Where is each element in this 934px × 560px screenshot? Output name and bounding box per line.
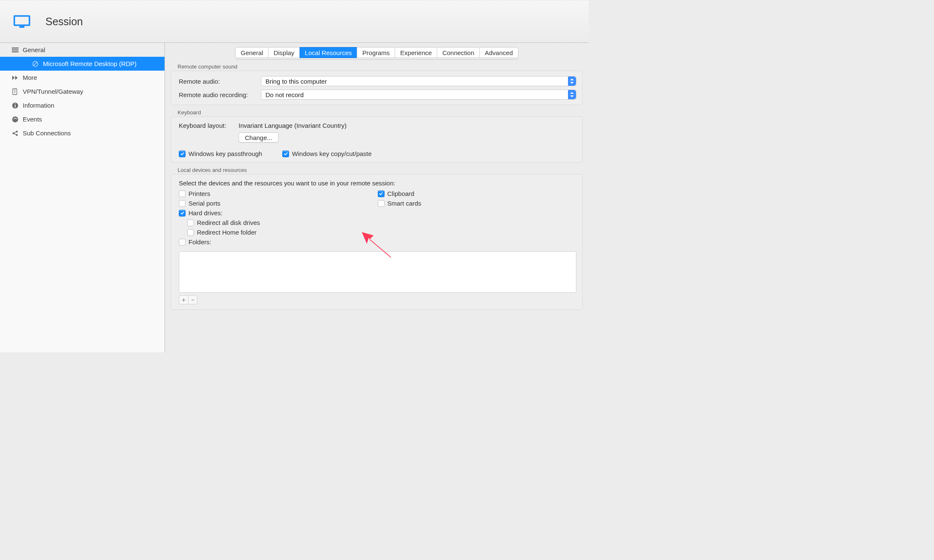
keyboard-layout-label: Keyboard layout:	[179, 122, 239, 129]
chevron-updown-icon	[568, 77, 576, 86]
checkbox-icon	[179, 239, 186, 246]
checkbox-icon	[378, 200, 385, 207]
checkbox-label: Hard drives:	[188, 209, 223, 217]
sidebar-item-more[interactable]: More	[0, 71, 165, 85]
checkbox-label: Folders:	[188, 238, 211, 246]
checkbox-redirect-home[interactable]: Redirect Home folder	[179, 229, 378, 236]
tab-advanced[interactable]: Advanced	[479, 47, 518, 58]
svg-rect-3	[12, 49, 19, 50]
session-icon	[13, 15, 30, 28]
sidebar: General Microsoft Remote Desktop (RDP) M…	[0, 43, 165, 352]
checkbox-icon	[179, 200, 186, 207]
checkbox-smart-cards[interactable]: Smart cards	[378, 200, 577, 207]
checkbox-label: Windows key copy/cut/paste	[292, 150, 371, 157]
change-button[interactable]: Change...	[239, 132, 279, 143]
events-icon	[11, 116, 19, 123]
folders-list[interactable]	[179, 251, 576, 293]
sidebar-item-general[interactable]: General	[0, 43, 165, 57]
remote-audio-select[interactable]: Bring to this computer	[261, 76, 576, 86]
section-label: Remote computer sound	[178, 63, 583, 70]
svg-rect-4	[12, 51, 19, 53]
checkbox-label: Printers	[188, 190, 210, 197]
tab-experience[interactable]: Experience	[395, 47, 437, 58]
section-label: Local devices and resources	[178, 167, 583, 173]
tab-programs[interactable]: Programs	[357, 47, 395, 58]
keyboard-panel: Keyboard Keyboard layout: Invariant Lang…	[171, 109, 583, 163]
more-icon	[11, 74, 19, 81]
svg-rect-13	[15, 103, 16, 104]
sidebar-item-events[interactable]: Events	[0, 112, 165, 126]
checkbox-icon	[179, 151, 186, 157]
sidebar-item-vpn[interactable]: VPN/Tunnel/Gateway	[0, 85, 165, 98]
checkbox-label: Redirect all disk drives	[197, 219, 260, 226]
sidebar-label: Events	[23, 116, 42, 123]
svg-rect-7	[13, 89, 17, 95]
share-icon	[11, 130, 19, 137]
chevron-updown-icon	[568, 90, 576, 99]
select-value: Do not record	[265, 91, 304, 98]
gateway-icon	[11, 88, 19, 95]
remove-button[interactable]: －	[188, 295, 197, 304]
svg-rect-2	[12, 48, 19, 49]
svg-line-18	[14, 132, 16, 133]
checkbox-icon	[282, 151, 289, 157]
checkbox-label: Redirect Home folder	[197, 229, 257, 236]
checkbox-folders[interactable]: Folders:	[179, 238, 378, 246]
checkbox-hard-drives[interactable]: Hard drives:	[179, 209, 378, 217]
checkbox-label: Smart cards	[387, 200, 422, 207]
menu-icon	[11, 47, 19, 53]
checkbox-printers[interactable]: Printers	[179, 190, 378, 197]
section-label: Keyboard	[178, 109, 583, 116]
checkbox-label: Windows key passthrough	[188, 150, 262, 157]
sound-panel: Remote computer sound Remote audio: Brin…	[171, 63, 583, 105]
content-pane: General Display Local Resources Programs…	[165, 43, 589, 352]
checkbox-icon	[187, 229, 194, 236]
add-button[interactable]: ＋	[179, 295, 188, 304]
checkbox-clipboard[interactable]: Clipboard	[378, 190, 577, 197]
svg-rect-0	[14, 16, 29, 25]
page-title: Session	[45, 16, 83, 28]
checkbox-windows-copycut[interactable]: Windows key copy/cut/paste	[282, 150, 371, 157]
sidebar-label: Microsoft Remote Desktop (RDP)	[43, 60, 137, 67]
checkbox-icon	[179, 190, 186, 197]
remote-audio-recording-label: Remote audio recording:	[179, 91, 261, 98]
svg-rect-12	[15, 105, 16, 107]
svg-point-14	[12, 116, 18, 122]
sidebar-label: Sub Connections	[23, 129, 71, 137]
tab-local-resources[interactable]: Local Resources	[300, 47, 357, 58]
circle-slash-icon	[31, 61, 40, 67]
checkbox-windows-passthrough[interactable]: Windows key passthrough	[179, 150, 262, 157]
sidebar-label: Information	[23, 102, 54, 109]
sidebar-item-subconnections[interactable]: Sub Connections	[0, 126, 165, 140]
select-value: Bring to this computer	[265, 78, 327, 85]
keyboard-layout-value: Invariant Language (Invariant Country)	[239, 122, 347, 129]
svg-line-6	[34, 62, 37, 66]
devices-panel: Local devices and resources Select the d…	[171, 167, 583, 310]
tab-display[interactable]: Display	[268, 47, 299, 58]
devices-intro: Select the devices and the resources you…	[179, 180, 395, 187]
info-icon	[11, 102, 19, 109]
checkbox-icon	[179, 210, 186, 217]
tab-general[interactable]: General	[235, 47, 268, 58]
segmented-tabs: General Display Local Resources Programs…	[171, 47, 583, 59]
remote-audio-recording-select[interactable]: Do not record	[261, 90, 576, 100]
sidebar-label: More	[23, 74, 37, 81]
window-header: Session	[0, 0, 589, 43]
svg-line-19	[14, 134, 16, 135]
svg-point-16	[16, 130, 18, 132]
tab-connection[interactable]: Connection	[437, 47, 479, 58]
sidebar-label: General	[23, 46, 45, 53]
sidebar-item-rdp[interactable]: Microsoft Remote Desktop (RDP)	[0, 57, 165, 71]
remote-audio-label: Remote audio:	[179, 78, 261, 85]
svg-rect-1	[19, 26, 24, 28]
checkbox-icon	[378, 190, 385, 197]
checkbox-label: Clipboard	[387, 190, 414, 197]
checkbox-serial-ports[interactable]: Serial ports	[179, 200, 378, 207]
sidebar-item-information[interactable]: Information	[0, 98, 165, 112]
sidebar-label: VPN/Tunnel/Gateway	[23, 88, 83, 95]
checkbox-label: Serial ports	[188, 200, 220, 207]
checkbox-icon	[187, 219, 194, 226]
checkbox-redirect-all-disks[interactable]: Redirect all disk drives	[179, 219, 378, 226]
svg-point-17	[16, 134, 18, 135]
